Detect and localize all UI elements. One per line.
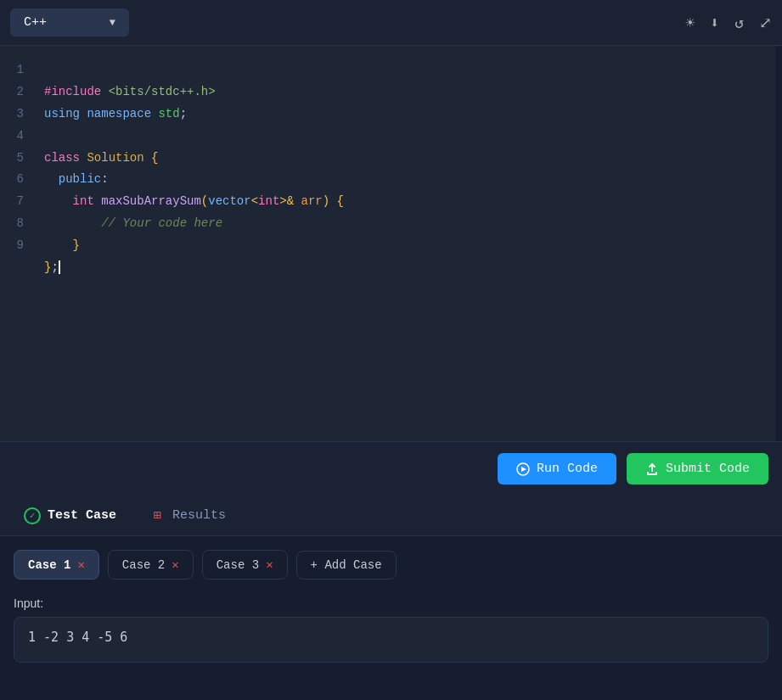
run-code-label: Run Code [537, 462, 598, 476]
refresh-icon[interactable]: ↺ [734, 14, 744, 32]
case-1-close-icon[interactable]: ✕ [77, 557, 84, 572]
test-case-content: Case 1 ✕ Case 2 ✕ Case 3 ✕ + Add Case In… [0, 536, 782, 700]
check-circle-icon: ✓ [24, 507, 41, 524]
svg-marker-1 [521, 467, 526, 472]
case-3-label: Case 3 [217, 558, 259, 572]
editor-scrollbar[interactable] [775, 46, 782, 441]
input-box[interactable]: 1 -2 3 4 -5 6 [14, 617, 768, 663]
language-label: C++ [24, 15, 47, 30]
play-icon [516, 462, 530, 476]
tab-test-case[interactable]: ✓ Test Case [10, 501, 130, 531]
case-tab-1[interactable]: Case 1 ✕ [14, 550, 99, 580]
toolbar: C++ ▼ ☀ ⬇ ↺ ⤢ [0, 0, 782, 46]
tab-results[interactable]: ⊞ Results [135, 501, 239, 531]
tab-bar: ✓ Test Case ⊞ Results [0, 496, 782, 536]
expand-icon[interactable]: ⤢ [759, 14, 772, 32]
submit-code-label: Submit Code [666, 462, 750, 476]
editor-container: C++ ▼ ☀ ⬇ ↺ ⤢ 1 2 3 4 5 6 7 8 9 #include… [0, 0, 782, 441]
bottom-panel: ✓ Test Case ⊞ Results Case 1 ✕ Case 2 ✕ … [0, 496, 782, 700]
language-selector[interactable]: C++ ▼ [10, 8, 129, 36]
test-case-tab-label: Test Case [48, 508, 116, 523]
submit-code-button[interactable]: Submit Code [627, 453, 768, 484]
code-content[interactable]: #include <bits/stdc++.h> using namespace… [34, 46, 775, 441]
action-bar: Run Code Submit Code [0, 441, 782, 496]
case-tabs: Case 1 ✕ Case 2 ✕ Case 3 ✕ + Add Case [14, 550, 768, 580]
upload-icon [645, 462, 659, 476]
case-2-close-icon[interactable]: ✕ [172, 557, 178, 572]
case-tab-2[interactable]: Case 2 ✕ [108, 550, 194, 580]
case-2-label: Case 2 [122, 558, 165, 572]
download-icon[interactable]: ⬇ [710, 14, 719, 32]
add-case-button[interactable]: + Add Case [296, 551, 397, 580]
chevron-down-icon: ▼ [110, 17, 115, 29]
add-case-label: + Add Case [311, 558, 382, 572]
case-1-label: Case 1 [28, 558, 70, 572]
run-code-button[interactable]: Run Code [498, 453, 616, 484]
grid-icon: ⊞ [149, 507, 166, 524]
results-tab-label: Results [172, 508, 226, 523]
line-numbers: 1 2 3 4 5 6 7 8 9 [0, 46, 34, 441]
theme-icon[interactable]: ☀ [685, 14, 695, 32]
input-label: Input: [14, 596, 768, 610]
case-3-close-icon[interactable]: ✕ [266, 557, 273, 572]
case-tab-3[interactable]: Case 3 ✕ [202, 550, 288, 580]
code-editor[interactable]: 1 2 3 4 5 6 7 8 9 #include <bits/stdc++.… [0, 46, 782, 441]
toolbar-icons: ☀ ⬇ ↺ ⤢ [685, 14, 772, 32]
